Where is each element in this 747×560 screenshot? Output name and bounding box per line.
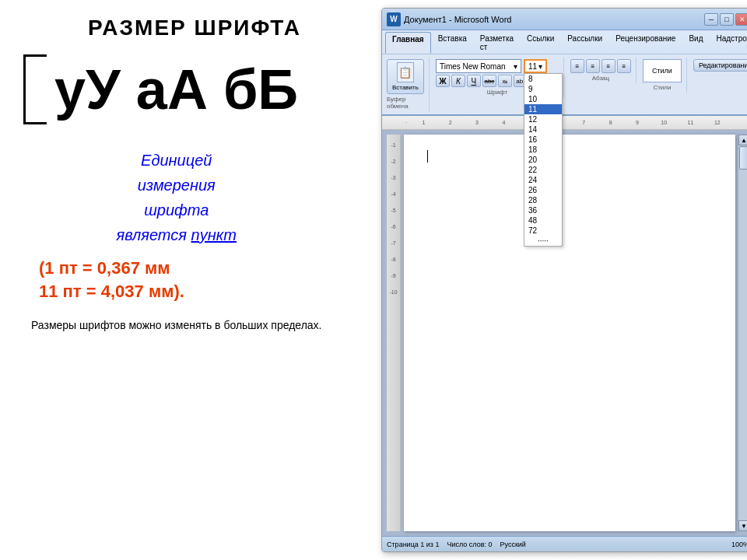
size-11[interactable]: 11 [524,104,562,114]
status-right: 100% [731,541,747,548]
demo-text: уУ аА бБ [54,61,298,117]
italic-icon: К [456,77,461,86]
font-row1: Times New Roman ▾ 11 ▾ [436,59,559,73]
tab-home[interactable]: Главная [385,32,431,54]
editing-label: Редактирование [699,61,747,69]
page-container: РАЗМЕР ШРИФТА уУ аА бБ Единицей измерени… [0,0,747,560]
ruler-4: 4 [490,120,517,125]
page-title: РАЗМЕР ШРИФТА [23,16,366,40]
status-lang: Русский [500,541,526,548]
font-controls: Times New Roman ▾ 11 ▾ [436,59,559,87]
ruler-3: 3 [464,120,490,125]
minimize-button[interactable]: ─ [704,13,718,26]
underline-button[interactable]: Ч [467,75,481,87]
desc-text-1: Единицей [141,152,212,169]
styles-group-label: Стили [653,84,671,91]
size-26[interactable]: 26 [524,185,562,195]
bold-button[interactable]: Ж [436,75,450,87]
desc-text-4: является [117,226,187,243]
formula-1: (1 пт = 0,367 мм [39,258,321,278]
scroll-down-button[interactable]: ▼ [738,520,747,531]
title-bar-controls[interactable]: ─ □ ✕ [704,13,747,26]
word-icon: W [387,12,401,26]
subscript-button[interactable]: x₂ [498,75,512,87]
size-14[interactable]: 14 [524,124,562,135]
size-72[interactable]: 72 [524,226,562,236]
scroll-track[interactable] [738,145,747,520]
font-size-selector[interactable]: 11 ▾ [524,59,547,73]
ribbon-tabs: Главная Вставка Разметка ст Ссылки Рассы… [382,30,747,54]
ruler-9: 9 [624,120,651,125]
close-button[interactable]: ✕ [735,13,747,26]
strikethrough-button[interactable]: abc [482,75,496,87]
description-block: Единицей измерения шрифта является пункт… [31,148,321,334]
top-ruler: · 1 2 3 4 5 6 7 8 9 10 11 12 [382,116,747,130]
align-right-button[interactable]: ≡ [601,59,615,73]
demo-text-container: уУ аА бБ [23,54,366,124]
left-ruler: -1 -2 -3 -4 -5 -6 -7 -8 -9 -10 [387,135,401,531]
size-9[interactable]: 9 [524,84,562,94]
paste-button[interactable]: 📋 Вставить [387,59,424,94]
size-8[interactable]: 8 [524,74,562,84]
tab-review[interactable]: Рецензирование [609,32,682,54]
styles-box[interactable]: Стили [643,59,682,82]
para-buttons: ≡ ≡ ≡ ≡ [570,59,631,73]
scroll-up-button[interactable]: ▲ [738,135,747,145]
size-22[interactable]: 22 [524,165,562,175]
text-cursor [427,150,428,163]
formula-2: 11 пт = 4,037 мм). [39,282,321,302]
align-center-button[interactable]: ≡ [586,59,600,73]
maximize-icon: □ [724,16,728,23]
size-28[interactable]: 28 [524,195,562,205]
tab-mailings[interactable]: Рассылки [561,32,608,54]
font-name-selector[interactable]: Times New Roman ▾ [436,59,521,73]
document-page[interactable] [404,135,735,531]
size-more: ····· [524,236,562,246]
ribbon: Главная Вставка Разметка ст Ссылки Рассы… [382,30,747,116]
ribbon-content: 📋 Вставить Буфер обмена Times [382,54,747,114]
editing-button[interactable]: Редактирование [693,59,747,72]
title-bar-text: Документ1 - Microsoft Word [404,15,511,24]
tab-references[interactable]: Ссылки [521,32,560,54]
maximize-button[interactable]: □ [720,13,734,26]
size-12[interactable]: 12 [524,114,562,124]
font-size-dropdown: 8 9 10 11 12 14 16 18 20 22 [524,73,563,247]
size-36[interactable]: 36 [524,205,562,215]
title-bar-left: W Документ1 - Microsoft Word [387,12,511,26]
font-size-container: 11 ▾ 8 9 10 11 12 14 [524,59,547,73]
styles-label: Стили [652,67,672,75]
size-24[interactable]: 24 [524,175,562,185]
buffer-group: 📋 Вставить Буфер обмена [385,58,430,111]
italic-button[interactable]: К [451,75,465,87]
editing-group: Редактирование [692,58,747,75]
status-words: Число слов: 0 [447,541,492,548]
desc-underline: пункт [191,226,237,243]
desc-text-3: шрифта [144,201,209,219]
paste-icon: 📋 [397,62,414,82]
justify-button[interactable]: ≡ [617,59,631,73]
font-name-value: Times New Roman [440,62,506,71]
font-name-arrow: ▾ [514,62,517,71]
tab-addins[interactable]: Надстройки [710,32,747,54]
ruler-1: 1 [410,120,437,125]
ruler-left-margin: · [405,119,407,126]
tab-layout[interactable]: Разметка ст [474,32,520,54]
description-note: Размеры шрифтов можно изменять в больших… [31,317,321,334]
size-20[interactable]: 20 [524,155,562,165]
zoom-level: 100% [731,541,747,548]
minimize-icon: ─ [709,16,714,23]
paste-label: Вставить [392,84,419,91]
size-16[interactable]: 16 [524,135,562,145]
align-left-button[interactable]: ≡ [570,59,584,73]
left-panel: РАЗМЕР ШРИФТА уУ аА бБ Единицей измерени… [8,8,381,552]
close-icon: ✕ [739,16,745,23]
tab-insert[interactable]: Вставка [432,32,473,54]
tab-view[interactable]: Вид [682,32,709,54]
scroll-thumb[interactable] [739,146,747,170]
size-10[interactable]: 10 [524,94,562,104]
bracket-left [23,54,47,124]
font-label: Шрифт [487,89,507,96]
size-18[interactable]: 18 [524,145,562,155]
size-48[interactable]: 48 [524,215,562,226]
font-size-arrow: ▾ [538,62,542,71]
